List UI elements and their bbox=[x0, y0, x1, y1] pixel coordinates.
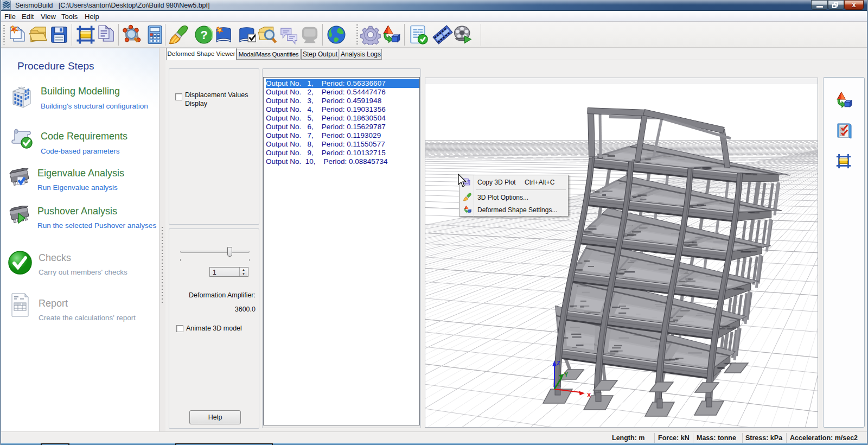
svg-text:?: ? bbox=[200, 28, 208, 42]
svg-text:X: X bbox=[587, 392, 591, 398]
svg-text:Y: Y bbox=[564, 371, 569, 378]
svg-text:Z: Z bbox=[557, 360, 560, 366]
